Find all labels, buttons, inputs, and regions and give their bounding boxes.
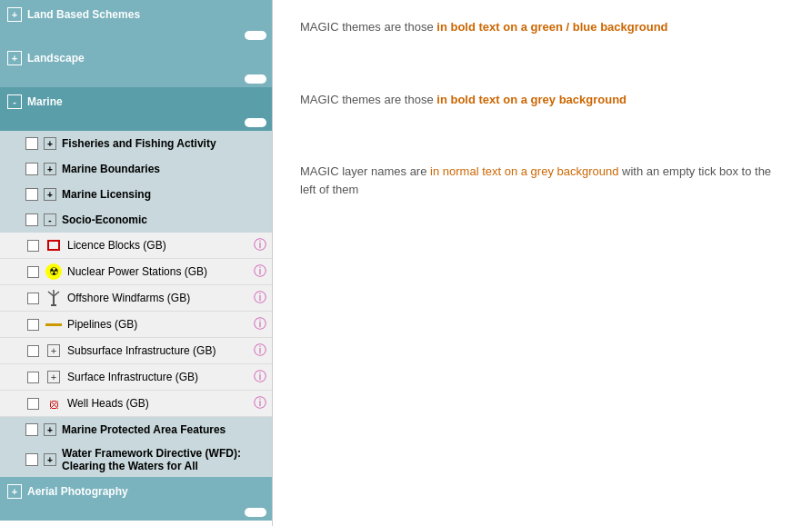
slider-row-aerial	[0, 506, 272, 521]
layer-label-nuclear: Nuclear Power Stations (GB)	[67, 265, 207, 278]
info-icon-licence-blocks[interactable]: ⓘ	[254, 237, 266, 253]
checkbox-well-heads[interactable]	[27, 398, 39, 410]
subtheme-water-framework[interactable]: + Water Framework Directive (WFD): Clear…	[0, 442, 272, 477]
legend-bold-grey-highlight: in bold text on a grey background	[436, 93, 627, 106]
checkbox-pipelines[interactable]	[27, 319, 39, 331]
subtheme-label-marine-protected: Marine Protected Area Features	[62, 423, 226, 436]
expand-icon-landscape[interactable]: +	[7, 51, 22, 65]
subtheme-marine-protected[interactable]: + Marine Protected Area Features	[0, 417, 272, 442]
checkbox-marine-boundaries[interactable]	[25, 163, 38, 175]
layer-offshore-wind[interactable]: Offshore Windfarms (GB) ⓘ	[0, 285, 272, 312]
subtheme-label-socio-economic: Socio-Economic	[62, 213, 147, 226]
icon-surface: +	[45, 368, 63, 386]
layer-label-subsurface: Subsurface Infrastructure (GB)	[67, 344, 216, 357]
subtheme-label-water-framework: Water Framework Directive (WFD): Clearin…	[62, 447, 265, 472]
slider-row-land-based	[0, 29, 272, 44]
icon-offshore-wind	[45, 289, 63, 307]
info-icon-nuclear[interactable]: ⓘ	[254, 263, 266, 280]
legend-normal-grey-prefix: MAGIC layer names are	[300, 164, 430, 178]
legend-normal-grey: MAGIC layer names are in normal text on …	[300, 163, 785, 198]
icon-pipelines	[45, 315, 63, 333]
legend-bold-green-highlight: in bold text on a green / blue backgroun…	[436, 20, 667, 34]
icon-licence-blocks	[45, 236, 63, 254]
legend-bold-green-prefix: MAGIC themes are those	[300, 20, 436, 34]
checkbox-marine-protected[interactable]	[25, 423, 38, 436]
svg-line-1	[48, 292, 54, 296]
slider-marine[interactable]	[245, 118, 266, 127]
checkbox-surface[interactable]	[27, 372, 39, 383]
icon-nuclear: ☢	[45, 263, 63, 281]
layer-surface[interactable]: + Surface Infrastructure (GB) ⓘ	[0, 364, 272, 391]
checkbox-marine-licensing[interactable]	[25, 188, 38, 201]
layer-label-licence-blocks: Licence Blocks (GB)	[67, 239, 166, 252]
info-icon-surface[interactable]: ⓘ	[254, 369, 266, 385]
expand-icon-aerial[interactable]: +	[7, 484, 22, 499]
theme-land-based[interactable]: + Land Based Schemes	[0, 0, 272, 29]
theme-label-landscape: Landscape	[27, 52, 85, 65]
subtheme-marine-licensing[interactable]: + Marine Licensing	[0, 182, 272, 207]
theme-marine[interactable]: - Marine	[0, 87, 272, 116]
subtheme-label-fisheries: Fisheries and Fishing Activity	[62, 137, 216, 150]
layer-label-well-heads: Well Heads (GB)	[67, 397, 149, 410]
legend-normal-grey-highlight: in normal text on a grey background	[430, 164, 618, 178]
layer-licence-blocks[interactable]: Licence Blocks (GB) ⓘ	[0, 233, 272, 259]
icon-subsurface: +	[45, 342, 63, 360]
legend-bold-grey: MAGIC themes are those in bold text on a…	[300, 91, 785, 109]
slider-aerial[interactable]	[245, 508, 266, 517]
svg-line-2	[54, 292, 59, 296]
layer-nuclear[interactable]: ☢ Nuclear Power Stations (GB) ⓘ	[0, 259, 272, 285]
theme-label-aerial: Aerial Photography	[27, 485, 128, 498]
info-icon-well-heads[interactable]: ⓘ	[254, 395, 266, 412]
legend-bold-green: MAGIC themes are those in bold text on a…	[300, 18, 785, 36]
layer-pipelines[interactable]: Pipelines (GB) ⓘ	[0, 312, 272, 338]
expand-icon-marine-boundaries[interactable]: +	[44, 163, 56, 175]
checkbox-socio-economic[interactable]	[25, 213, 38, 226]
right-panel: MAGIC themes are those in bold text on a…	[273, 0, 812, 526]
expand-icon-marine-protected[interactable]: +	[44, 423, 56, 436]
slider-landscape[interactable]	[245, 74, 266, 84]
checkbox-offshore-wind[interactable]	[27, 293, 39, 304]
icon-well-heads: ⦻	[45, 394, 63, 412]
slider-row-marine	[0, 116, 272, 131]
slider-row-landscape	[0, 73, 272, 87]
slider-land-based[interactable]	[245, 31, 266, 40]
theme-landscape[interactable]: + Landscape	[0, 44, 272, 73]
layer-label-surface: Surface Infrastructure (GB)	[67, 371, 198, 383]
expand-icon-water-framework[interactable]: +	[44, 453, 56, 466]
checkbox-subsurface[interactable]	[27, 345, 39, 357]
expand-icon-marine[interactable]: -	[7, 94, 22, 109]
expand-icon-marine-licensing[interactable]: +	[44, 188, 56, 201]
svg-rect-0	[53, 296, 55, 305]
subtheme-marine-boundaries[interactable]: + Marine Boundaries	[0, 156, 272, 182]
checkbox-water-framework[interactable]	[25, 453, 38, 466]
theme-aerial[interactable]: + Aerial Photography	[0, 477, 272, 506]
layer-label-pipelines: Pipelines (GB)	[67, 318, 137, 331]
checkbox-nuclear[interactable]	[27, 266, 39, 278]
checkbox-fisheries[interactable]	[25, 137, 38, 150]
theme-label-marine: Marine	[27, 95, 63, 108]
expand-icon-socio-economic[interactable]: -	[44, 213, 56, 226]
info-icon-pipelines[interactable]: ⓘ	[254, 316, 266, 332]
checkbox-licence-blocks[interactable]	[27, 240, 39, 252]
svg-rect-4	[51, 304, 56, 306]
info-icon-subsurface[interactable]: ⓘ	[254, 342, 266, 359]
subtheme-fisheries[interactable]: + Fisheries and Fishing Activity	[0, 131, 272, 156]
info-icon-offshore-wind[interactable]: ⓘ	[254, 290, 266, 306]
expand-icon-land-based[interactable]: +	[7, 7, 22, 22]
legend-bold-grey-prefix: MAGIC themes are those	[300, 93, 436, 106]
expand-icon-fisheries[interactable]: +	[44, 137, 56, 150]
theme-label-land-based: Land Based Schemes	[27, 8, 140, 21]
layer-subsurface[interactable]: + Subsurface Infrastructure (GB) ⓘ	[0, 338, 272, 364]
subtheme-label-marine-boundaries: Marine Boundaries	[62, 163, 160, 175]
layer-well-heads[interactable]: ⦻ Well Heads (GB) ⓘ	[0, 391, 272, 417]
subtheme-label-marine-licensing: Marine Licensing	[62, 188, 151, 201]
subtheme-socio-economic[interactable]: - Socio-Economic	[0, 207, 272, 233]
layer-label-offshore-wind: Offshore Windfarms (GB)	[67, 292, 190, 304]
left-panel: + Land Based Schemes + Landscape - Marin…	[0, 0, 273, 526]
